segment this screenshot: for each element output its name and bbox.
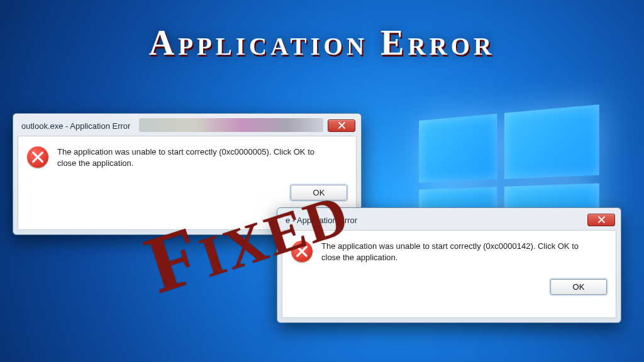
error-icon (27, 146, 48, 168)
dialog-titlebar[interactable]: e - Application Error (282, 212, 616, 230)
dialog-body: The application was unable to start corr… (282, 230, 616, 318)
error-icon (291, 241, 313, 262)
headline-text: Application Error (0, 23, 644, 63)
dialog-button-row: OK (27, 185, 347, 200)
close-button[interactable] (328, 119, 355, 132)
dialog-title: e - Application Error (286, 216, 357, 225)
dialog-button-row: OK (291, 279, 607, 295)
dialog-message: The application was unable to start corr… (57, 146, 328, 168)
dialog-message: The application was unable to start corr… (321, 241, 592, 263)
ok-button[interactable]: OK (550, 279, 607, 295)
close-button[interactable] (587, 214, 615, 226)
dialog-title: outlook.exe - Application Error (21, 121, 130, 131)
titlebar-decor (139, 118, 323, 132)
windows-logo-pane (419, 114, 497, 183)
ok-button[interactable]: OK (291, 185, 347, 200)
error-dialog-2: e - Application Error The application wa… (277, 207, 621, 323)
close-icon (338, 121, 345, 131)
windows-logo-pane (504, 104, 599, 179)
close-icon (598, 216, 605, 225)
desktop-canvas: Application Error outlook.exe - Applicat… (0, 0, 644, 362)
